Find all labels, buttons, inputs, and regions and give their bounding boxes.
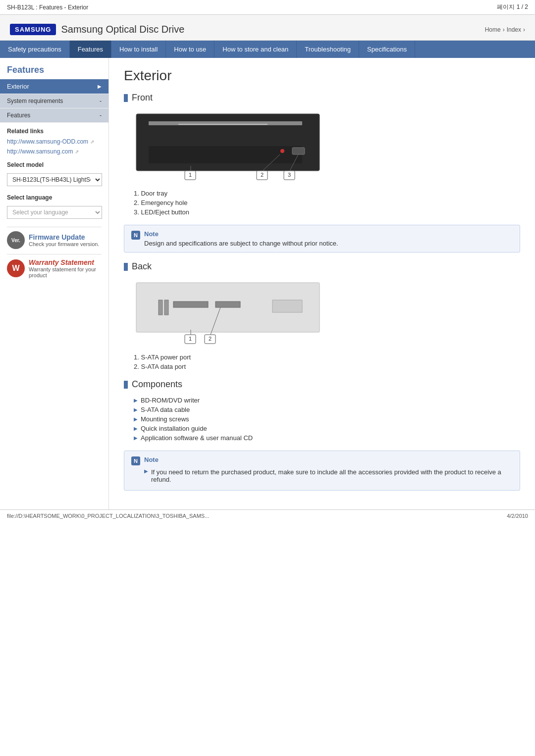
- front-section-icon: [124, 94, 128, 102]
- main-layout: Features Exterior ▶ System requirements …: [0, 58, 535, 509]
- page-title-top: SH-B123L : Features - Exterior: [7, 4, 88, 11]
- note-box-1: N Note Design and specifications are sub…: [124, 225, 520, 252]
- sidebar: Features Exterior ▶ System requirements …: [0, 58, 109, 509]
- components-section-title: Components: [132, 379, 182, 390]
- firmware-sub: Check your firmware version.: [29, 241, 99, 247]
- svg-rect-17: [164, 300, 168, 315]
- svg-text:2: 2: [209, 336, 212, 342]
- front-drive-image: 1 2 3: [134, 109, 520, 185]
- comp-arrow-2: ▶: [134, 416, 138, 422]
- comp-item-2: ▶ Mounting screws: [134, 414, 520, 424]
- svg-text:1: 1: [189, 172, 192, 178]
- select-language-label: Select language: [0, 189, 108, 203]
- svg-rect-5: [292, 148, 305, 154]
- site-title: Samsung Optical Disc Drive: [61, 24, 184, 35]
- bottom-date: 4/2/2010: [507, 513, 528, 519]
- svg-point-4: [280, 149, 284, 153]
- top-bar: SH-B123L : Features - Exterior 페이지 1 / 2: [0, 0, 535, 15]
- comp-item-4: ▶ Application software & user manual CD: [134, 433, 520, 443]
- sidebar-item-features[interactable]: Features -: [0, 108, 108, 123]
- content-area: Exterior Front: [109, 58, 535, 509]
- components-list: ▶ BD-ROM/DVD writer ▶ S-ATA data cable ▶…: [134, 396, 520, 443]
- nav-item-install[interactable]: How to install: [111, 41, 166, 58]
- front-section-title: Front: [132, 93, 153, 103]
- warranty-sub: Warranty statement for your product: [29, 266, 102, 278]
- back-item-1: 1. S-ATA power port: [134, 353, 520, 362]
- nav-item-troubleshooting[interactable]: Troubleshooting: [297, 41, 359, 58]
- breadcrumb-index[interactable]: Index: [507, 26, 521, 33]
- note-icon-2: N: [131, 456, 140, 465]
- front-drive-svg: 1 2 3: [134, 109, 322, 183]
- back-section-icon: [124, 263, 128, 271]
- note-box-2-content: ▶ If you need to return the purchased pr…: [144, 468, 513, 483]
- back-drive-image: 1 2: [134, 278, 520, 349]
- select-language-dropdown[interactable]: Select your language: [7, 206, 102, 219]
- comp-item-1: ▶ S-ATA data cable: [134, 405, 520, 414]
- firmware-title: Firmware Update: [29, 233, 99, 241]
- warranty-icon: W: [7, 259, 25, 277]
- page-number: 페이지 1 / 2: [497, 3, 528, 11]
- sidebar-item-exterior[interactable]: Exterior ▶: [0, 79, 108, 94]
- back-section-title: Back: [132, 261, 152, 272]
- svg-rect-16: [159, 300, 162, 315]
- warranty-section[interactable]: W Warranty Statement Warranty statement …: [7, 254, 102, 278]
- sidebar-link-samsung[interactable]: http://www.samsung.com ⇗: [0, 147, 108, 156]
- nav-item-use[interactable]: How to use: [166, 41, 214, 58]
- select-model-dropdown[interactable]: SH-B123L(TS-HB43L) LightScri...: [7, 173, 102, 186]
- note-text-1: Design and specifications are subject to…: [144, 240, 338, 247]
- sidebar-link-odd[interactable]: http://www.samsung-ODD.com ⇗: [0, 137, 108, 147]
- ext-icon-0: ⇗: [90, 139, 94, 145]
- note-box-2-header: N Note: [131, 456, 513, 465]
- breadcrumb-sep2: ›: [523, 26, 525, 33]
- sidebar-arrow-exterior: ▶: [98, 84, 102, 89]
- select-model-label: Select model: [0, 156, 108, 170]
- note-warn-item: ▶ If you need to return the purchased pr…: [144, 468, 513, 483]
- svg-text:1: 1: [189, 336, 192, 342]
- content-title: Exterior: [124, 68, 520, 84]
- bottom-bar: file://D:\HEARTSOME_WORK\0_PROJECT_LOCAL…: [0, 509, 535, 522]
- samsung-logo: SAMSUNG: [10, 24, 56, 35]
- breadcrumb-sep1: ›: [503, 26, 505, 33]
- back-section-header: Back: [124, 261, 520, 272]
- comp-arrow-3: ▶: [134, 426, 138, 431]
- svg-text:3: 3: [288, 172, 291, 178]
- note-warn-arrow: ▶: [144, 468, 148, 474]
- logo-area: SAMSUNG Samsung Optical Disc Drive: [10, 24, 184, 35]
- components-section-header: Components: [124, 379, 520, 390]
- svg-rect-19: [215, 302, 240, 307]
- related-links-label: Related links: [0, 123, 108, 137]
- nav-item-store[interactable]: How to store and clean: [214, 41, 297, 58]
- back-item-2: 2. S-ATA data port: [134, 362, 520, 371]
- bottom-file: file://D:\HEARTSOME_WORK\0_PROJECT_LOCAL…: [7, 513, 209, 519]
- front-section-header: Front: [124, 93, 520, 103]
- firmware-update-section[interactable]: Ver. Firmware Update Check your firmware…: [7, 227, 102, 249]
- front-item-3: 3. LED/Eject button: [134, 207, 520, 217]
- firmware-text: Firmware Update Check your firmware vers…: [29, 233, 99, 247]
- firmware-icon: Ver.: [7, 231, 25, 249]
- nav-item-features[interactable]: Features: [70, 41, 111, 58]
- back-items-list: 1. S-ATA power port 2. S-ATA data port: [134, 353, 520, 371]
- nav-item-specifications[interactable]: Specifications: [359, 41, 415, 58]
- breadcrumb-home[interactable]: Home: [485, 26, 501, 33]
- note-title-2: Note: [144, 456, 159, 463]
- front-item-2: 2. Emergency hole: [134, 198, 520, 207]
- header: SAMSUNG Samsung Optical Disc Drive Home …: [0, 15, 535, 41]
- svg-rect-18: [173, 302, 208, 307]
- svg-rect-3: [149, 146, 302, 163]
- nav-bar: Safety precautions Features How to insta…: [0, 41, 535, 58]
- svg-text:2: 2: [261, 172, 264, 178]
- nav-item-safety[interactable]: Safety precautions: [0, 41, 70, 58]
- comp-arrow-0: ▶: [134, 398, 138, 403]
- note-content-1: Note Design and specifications are subje…: [144, 230, 338, 247]
- note-title-1: Note: [144, 230, 338, 238]
- sidebar-item-sysreq[interactable]: System requirements -: [0, 94, 108, 108]
- components-section-icon: [124, 381, 128, 389]
- warranty-title: Warranty Statement: [29, 258, 102, 266]
- sidebar-section-title: Features: [0, 58, 108, 79]
- note-text-2: If you need to return the purchased prod…: [151, 468, 513, 483]
- note-icon-1: N: [131, 231, 140, 240]
- svg-rect-2: [178, 124, 268, 125]
- front-item-1: 1. Door tray: [134, 189, 520, 198]
- svg-rect-20: [272, 300, 302, 312]
- comp-arrow-4: ▶: [134, 435, 138, 441]
